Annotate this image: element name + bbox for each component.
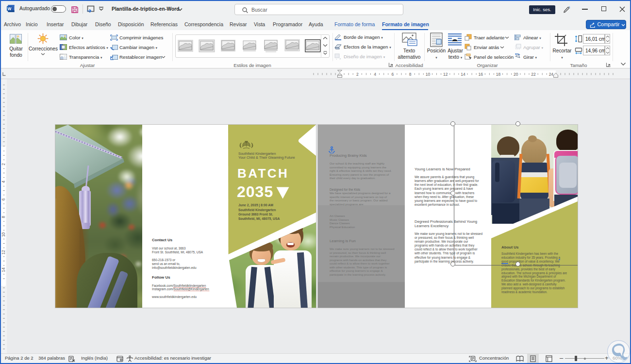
svg-text:W: W bbox=[7, 6, 12, 11]
svg-text:8: 8 bbox=[409, 72, 412, 77]
svg-text:22: 22 bbox=[531, 72, 536, 77]
svg-text:24: 24 bbox=[549, 72, 554, 77]
svg-text:2: 2 bbox=[1, 163, 6, 165]
svg-text:8: 8 bbox=[1, 215, 6, 218]
svg-text:4: 4 bbox=[374, 72, 376, 77]
svg-text:12: 12 bbox=[443, 72, 448, 77]
svg-text:4: 4 bbox=[1, 181, 6, 183]
svg-text:2: 2 bbox=[356, 72, 359, 77]
svg-text:10: 10 bbox=[1, 232, 6, 237]
svg-text:18: 18 bbox=[496, 72, 501, 77]
svg-text:20: 20 bbox=[514, 72, 518, 77]
svg-text:6: 6 bbox=[1, 198, 6, 200]
svg-text:12: 12 bbox=[1, 250, 6, 255]
svg-text:16: 16 bbox=[479, 72, 483, 77]
svg-text:14: 14 bbox=[1, 267, 6, 272]
svg-text:14: 14 bbox=[461, 72, 465, 77]
svg-text:10: 10 bbox=[426, 72, 431, 77]
svg-text:6: 6 bbox=[391, 72, 394, 77]
